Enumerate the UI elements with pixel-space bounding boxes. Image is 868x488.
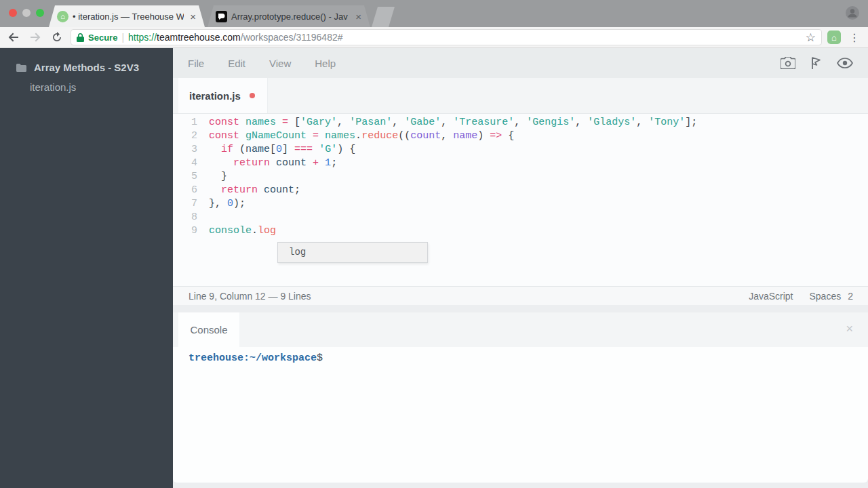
mdn-favicon-icon <box>216 11 227 22</box>
code-line: 1const names = ['Gary', 'Pasan', 'Gabe',… <box>173 116 868 129</box>
code-line: 4 return count + 1; <box>173 157 868 170</box>
line-number: 9 <box>173 224 197 238</box>
line-number: 2 <box>173 129 197 143</box>
code-line: 7}, 0); <box>173 197 868 211</box>
browser-toolbar: Secure | https://teamtreehouse.com/works… <box>0 27 868 48</box>
line-number: 8 <box>173 211 197 224</box>
project-name: Array Methods - S2V3 <box>34 62 139 73</box>
line-number: 3 <box>173 143 197 157</box>
console-panel: Console × treehouse:~/workspace$ <box>173 312 868 483</box>
flag-icon[interactable] <box>810 56 822 70</box>
sidebar-file-iteration[interactable]: iteration.js <box>0 81 173 93</box>
forward-arrow-icon <box>27 29 43 45</box>
code-text: if (name[0] === 'G') { <box>209 143 355 157</box>
camera-icon[interactable] <box>781 57 795 69</box>
console-close-icon[interactable]: × <box>846 322 853 336</box>
code-text: console.log <box>209 224 276 238</box>
code-text: const gNameCount = names.reduce((count, … <box>209 129 514 143</box>
close-window-button[interactable] <box>9 9 17 17</box>
browser-window: ⌂ • iteration.js — Treehouse Wor × Array… <box>0 0 868 488</box>
chrome-menu-icon[interactable]: ⋮ <box>846 31 863 44</box>
secure-label: Secure <box>88 33 117 43</box>
minimize-window-button[interactable] <box>22 9 31 17</box>
editor-tab-iteration[interactable]: iteration.js <box>178 78 268 113</box>
menubar-icons <box>781 56 853 70</box>
url-path: /workspaces/31196482# <box>241 32 343 43</box>
workspace-menubar: FileEditViewHelp <box>173 48 868 78</box>
browser-tabbar: ⌂ • iteration.js — Treehouse Wor × Array… <box>0 0 868 27</box>
console-header: Console × <box>173 312 868 347</box>
editor-tab-label: iteration.js <box>189 90 241 102</box>
url-scheme: https:// <box>128 32 157 43</box>
sidebar-project[interactable]: Array Methods - S2V3 <box>0 62 173 73</box>
workspace-main: FileEditViewHelp iteration.js <box>173 48 868 488</box>
line-number: 1 <box>173 116 197 129</box>
menu-item-edit[interactable]: Edit <box>225 55 248 72</box>
code-text: }, 0); <box>209 197 245 211</box>
menu-item-help[interactable]: Help <box>312 55 338 72</box>
terminal-prompt: treehouse:~/workspace$ <box>189 352 868 364</box>
panel-divider <box>173 305 868 312</box>
browser-tab-title: Array.prototype.reduce() - Jav <box>231 12 349 22</box>
editor-statusbar: Line 9, Column 12 — 9 Lines JavaScript S… <box>173 286 868 305</box>
code-text: return count + 1; <box>209 157 337 170</box>
fullscreen-window-button[interactable] <box>36 9 44 17</box>
url-bar[interactable]: Secure | https://teamtreehouse.com/works… <box>71 29 822 45</box>
treehouse-favicon-icon: ⌂ <box>57 11 68 22</box>
url-host: teamtreehouse.com <box>157 32 241 43</box>
code-line: 3 if (name[0] === 'G') { <box>173 143 868 157</box>
code-line: 9console.log <box>173 224 868 238</box>
code-text: return count; <box>209 184 300 197</box>
indent-selector[interactable]: Spaces 2 <box>810 291 854 302</box>
autocomplete-item-log[interactable]: log <box>278 243 427 258</box>
language-selector[interactable]: JavaScript <box>749 291 793 302</box>
autocomplete-popup: log <box>277 242 428 263</box>
code-line: 8 <box>173 211 868 224</box>
new-tab-button[interactable] <box>372 7 395 27</box>
lock-icon <box>77 33 84 42</box>
browser-tab-iteration[interactable]: ⌂ • iteration.js — Treehouse Wor × <box>49 5 205 27</box>
menu-items: FileEditViewHelp <box>185 55 357 72</box>
extension-icon[interactable]: ⌂ <box>827 30 841 44</box>
menu-item-file[interactable]: File <box>185 55 207 72</box>
back-arrow-icon[interactable] <box>5 29 22 45</box>
code-line: 2const gNameCount = names.reduce((count,… <box>173 129 868 143</box>
prompt-path: treehouse:~/workspace <box>189 352 317 364</box>
console-tab[interactable]: Console <box>178 312 239 347</box>
console-tab-label: Console <box>190 324 227 336</box>
code-line: 6 return count; <box>173 184 868 197</box>
indent-size-label: 2 <box>848 291 853 302</box>
folder-icon <box>16 64 26 72</box>
menu-item-view[interactable]: View <box>267 55 294 72</box>
browser-tab-title: • iteration.js — Treehouse Wor <box>73 12 184 22</box>
file-sidebar: Array Methods - S2V3 iteration.js <box>0 48 173 488</box>
tab-close-icon[interactable]: × <box>353 11 363 22</box>
editor-tabstrip: iteration.js <box>173 78 868 114</box>
bookmark-star-icon[interactable]: ☆ <box>806 30 816 45</box>
line-number: 6 <box>173 184 197 197</box>
console-body[interactable]: treehouse:~/workspace$ <box>173 347 868 483</box>
code-line: 5 } <box>173 170 868 184</box>
code-lines: 1const names = ['Gary', 'Pasan', 'Gabe',… <box>173 116 868 238</box>
code-text: } <box>209 170 227 184</box>
tab-close-icon[interactable]: × <box>188 11 198 22</box>
code-editor[interactable]: 1const names = ['Gary', 'Pasan', 'Gabe',… <box>173 114 868 286</box>
cursor-position-label: Line 9, Column 12 — 9 Lines <box>189 291 311 302</box>
unsaved-dot-icon <box>250 93 255 98</box>
browser-tab-mdn[interactable]: Array.prototype.reduce() - Jav × <box>208 5 370 27</box>
line-number: 7 <box>173 197 197 211</box>
line-number: 5 <box>173 170 197 184</box>
url-text[interactable]: https://teamtreehouse.com/workspaces/311… <box>128 32 802 43</box>
code-text: const names = ['Gary', 'Pasan', 'Gabe', … <box>209 116 697 129</box>
profile-icon[interactable] <box>845 5 860 20</box>
workspace-app: Array Methods - S2V3 iteration.js FileEd… <box>0 48 868 488</box>
statusbar-right: JavaScript Spaces 2 <box>749 291 853 302</box>
indent-type-label: Spaces <box>810 291 842 302</box>
url-separator: | <box>121 32 124 43</box>
prompt-symbol: $ <box>317 352 323 364</box>
eye-icon[interactable] <box>837 58 853 68</box>
refresh-icon[interactable] <box>49 29 65 45</box>
line-number: 4 <box>173 157 197 170</box>
window-controls <box>9 9 44 17</box>
